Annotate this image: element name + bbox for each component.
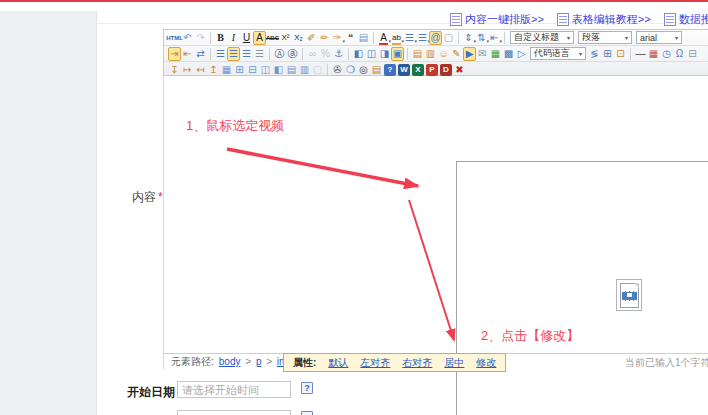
delete-table-button[interactable]: ▢ xyxy=(311,63,324,77)
to-uppercase-button[interactable]: Ⓐ xyxy=(273,47,286,61)
italic-button[interactable]: I xyxy=(227,31,240,45)
table-insert-row-below-button[interactable]: ↥ xyxy=(207,63,220,77)
indent-button[interactable]: ⇤▾ xyxy=(488,31,501,45)
delete-row-button[interactable]: ▤ xyxy=(285,63,298,77)
font-color-button[interactable]: A▾ xyxy=(377,31,390,45)
scrawl-pen-button[interactable]: ✑▾ xyxy=(331,31,344,45)
table-col-ops-button[interactable]: ⊟ xyxy=(246,63,259,77)
underline-button[interactable]: U xyxy=(240,31,253,45)
import-word-button[interactable]: W xyxy=(398,64,410,76)
view-source-button[interactable]: HTML xyxy=(168,31,181,45)
table-insert-row-above-button[interactable]: ↧ xyxy=(168,63,181,77)
to-lowercase-button[interactable]: ⓐ xyxy=(286,47,299,61)
import-excel-button[interactable]: X xyxy=(412,64,424,76)
print-button[interactable]: ✇ xyxy=(331,63,344,77)
bold-button[interactable]: B xyxy=(214,31,227,45)
image-float-right-button[interactable]: ◨ xyxy=(378,47,391,61)
strikethrough-button[interactable]: ABC xyxy=(266,31,279,45)
edit-table-button[interactable]: ⊞ xyxy=(601,47,614,61)
font-border-button[interactable]: A xyxy=(253,31,266,45)
paragraph-select[interactable]: 段落▾ xyxy=(578,31,632,44)
start-date-input[interactable] xyxy=(177,381,291,398)
second-date-input[interactable] xyxy=(177,410,291,415)
subscript-button[interactable]: X₂ xyxy=(292,31,305,45)
path-link[interactable]: p xyxy=(256,356,262,367)
table-row-ops-button[interactable]: ⊞ xyxy=(233,63,246,77)
help-button[interactable]: ? xyxy=(384,64,396,76)
path-link[interactable]: body xyxy=(219,356,241,367)
redo-button[interactable]: ↷ xyxy=(194,31,207,45)
insert-headline-button[interactable]: ▤ xyxy=(357,31,370,45)
insert-emotion-button[interactable]: ☺ xyxy=(437,47,450,61)
table-insert-col-right-button[interactable]: ↤ xyxy=(194,63,207,77)
bold-icon: B xyxy=(217,33,224,43)
help-link[interactable]: 数据推送教程>> xyxy=(664,12,708,27)
merge-cells-button[interactable]: ◫ xyxy=(259,63,272,77)
attr-link[interactable]: 居中 xyxy=(444,356,464,370)
paste-word-button[interactable]: ⊡ xyxy=(614,47,627,61)
attr-link[interactable]: 修改 xyxy=(476,356,496,370)
unordered-list-button[interactable]: ☰▾ xyxy=(416,31,429,45)
date-help-icon[interactable]: ? xyxy=(301,382,313,394)
superscript-button[interactable]: X² xyxy=(279,31,292,45)
image-inline-button[interactable]: ◫ xyxy=(365,47,378,61)
code-select[interactable]: 代码语言▾ xyxy=(530,47,586,60)
image-manager-button[interactable]: ▩ xyxy=(502,47,515,61)
insert-anchor-point-button[interactable]: ⚓ xyxy=(332,47,345,61)
help-link[interactable]: 表格编辑教程>> xyxy=(557,12,651,27)
highlight-color-button[interactable]: ab▾ xyxy=(390,31,403,45)
align-center-button[interactable]: ☰ xyxy=(227,47,240,61)
align-left-button[interactable]: ☰ xyxy=(214,47,227,61)
insert-date-button[interactable]: ▦ xyxy=(647,47,660,61)
paragraph-spacing-button[interactable]: ⇅▾ xyxy=(475,31,488,45)
align-justify-button[interactable]: ☰ xyxy=(253,47,266,61)
attr-link[interactable]: 默认 xyxy=(328,356,348,370)
new-doc-button[interactable]: ▢ xyxy=(442,31,455,45)
format-eraser-button[interactable]: ✐ xyxy=(305,31,318,45)
table-insert-col-left-button[interactable]: ↦ xyxy=(181,63,194,77)
insert-attachment-button[interactable]: ✉ xyxy=(476,47,489,61)
image-caption-button[interactable]: ▥ xyxy=(424,47,437,61)
second-date-help-icon[interactable] xyxy=(301,411,313,415)
blockquote-button[interactable]: ❝ xyxy=(344,31,357,45)
search-replace-button[interactable]: ◎ xyxy=(357,63,370,77)
image-center-button[interactable]: ▣ xyxy=(391,47,404,61)
remove-indent-button[interactable]: ⇤ xyxy=(181,47,194,61)
help-link[interactable]: 内容一键排版>> xyxy=(450,12,544,27)
export-pdf-button[interactable]: P xyxy=(426,64,438,76)
split-cell-button[interactable]: ◧ xyxy=(272,63,285,77)
delete-col-button[interactable]: ▥ xyxy=(298,63,311,77)
undo-button[interactable]: ↶ xyxy=(181,31,194,45)
insert-iframe-button[interactable]: ⊟ xyxy=(686,47,699,61)
image-float-left-button[interactable]: ◧ xyxy=(352,47,365,61)
video-placeholder-selection[interactable] xyxy=(616,279,642,311)
ordered-list-button[interactable]: ☰▾ xyxy=(403,31,416,45)
scrawl-board-button[interactable]: ✎ xyxy=(450,47,463,61)
paste-plain-button[interactable]: ▤ xyxy=(370,63,383,77)
remove-link-button[interactable]: % xyxy=(319,47,332,61)
attr-link[interactable]: 右对齐 xyxy=(402,356,432,370)
preview-button[interactable]: ❍ xyxy=(344,63,357,77)
insert-time-button[interactable]: ◷ xyxy=(660,47,673,61)
heading-select[interactable]: 自定义标题▾ xyxy=(510,31,574,44)
insert-video-button[interactable]: ▶ xyxy=(463,47,476,61)
first-line-indent-button[interactable]: ⇥ xyxy=(168,47,181,61)
insert-table-button[interactable]: ▦ xyxy=(220,63,233,77)
insert-link-button[interactable]: ∞ xyxy=(306,47,319,61)
image-border-button[interactable]: ▤ xyxy=(411,47,424,61)
align-right-button[interactable]: ☰ xyxy=(240,47,253,61)
line-height-button[interactable]: ⇕▾ xyxy=(462,31,475,45)
insert-anchor-button[interactable]: @ xyxy=(429,31,442,45)
attr-link[interactable]: 左对齐 xyxy=(360,356,390,370)
horizontal-rule-button[interactable]: — xyxy=(634,47,647,61)
insert-template-button[interactable]: ▷ xyxy=(515,47,528,61)
clear-doc-button[interactable]: ✖ xyxy=(453,63,466,77)
auto-typeset-button[interactable]: ⇄ xyxy=(194,47,207,61)
insert-code-button[interactable]: ≶ xyxy=(588,47,601,61)
export-doc-button[interactable]: D xyxy=(440,64,452,76)
font-select[interactable]: arial▾ xyxy=(636,31,682,44)
insert-image-button[interactable]: ▦ xyxy=(489,47,502,61)
format-painter-button[interactable]: ✏ xyxy=(318,31,331,45)
editor-body[interactable] xyxy=(456,161,708,415)
special-chars-button[interactable]: Ω xyxy=(673,47,686,61)
